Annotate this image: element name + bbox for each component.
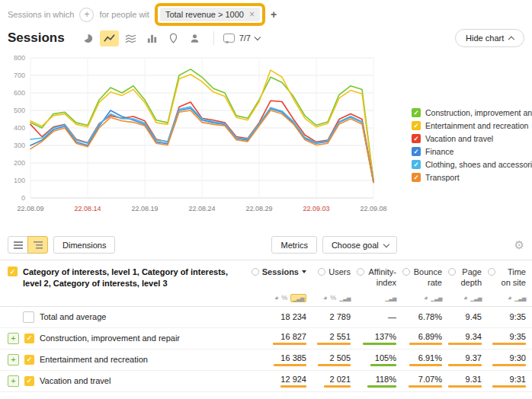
svg-text:22.08.19: 22.08.19 (131, 205, 158, 212)
metric-value: 9.34 (466, 332, 482, 341)
metric-cell: 9.45 (448, 307, 488, 327)
column-header-page-depth[interactable]: Page depth (448, 260, 488, 291)
bars-display-icon[interactable]: ▁▃▅ (385, 295, 396, 301)
value-bar (409, 364, 442, 366)
series-checkbox-icon[interactable] (412, 147, 421, 156)
metrics-button[interactable]: Metrics (271, 236, 316, 254)
metric-circle-icon (402, 268, 410, 276)
select-all-checkbox[interactable] (8, 267, 18, 276)
map-icon[interactable] (164, 30, 183, 46)
filter-tag[interactable]: Total revenue > 1000 × (160, 8, 260, 21)
column-label: Bounce rate (413, 267, 442, 289)
metric-value: 9:30 (510, 353, 526, 362)
expand-row-button[interactable]: + (8, 354, 19, 365)
expand-row-button[interactable]: + (8, 333, 19, 344)
table-row: +Construction, improvement and repair16 … (0, 328, 532, 350)
bars-display-icon[interactable]: ▁▃▅ (431, 295, 442, 301)
add-condition-button[interactable]: + (79, 8, 94, 22)
dimensions-button[interactable]: Dimensions (53, 236, 115, 254)
percent-display-icon[interactable]: % (330, 295, 336, 302)
column-header-sessions[interactable]: Sessions (250, 260, 312, 291)
metric-circle-icon (448, 268, 456, 276)
metric-cell: 9:31 (488, 371, 532, 391)
choose-goal-button[interactable]: Choose goal (322, 236, 398, 254)
column-label: Affinity-index (367, 267, 396, 289)
legend-item[interactable]: Construction, improvement and repair (412, 108, 532, 117)
bars-display-icon[interactable]: ▁▃▅ (470, 295, 482, 301)
column-header-bounce-rate[interactable]: Bounce rate (402, 260, 448, 291)
metric-cell: 7.07% (402, 371, 448, 391)
stacked-lines-icon[interactable] (121, 30, 140, 46)
legend-item[interactable]: Transport (412, 173, 532, 182)
legend-label: Finance (425, 147, 453, 156)
pie-display-icon[interactable]: ◕ (323, 295, 327, 302)
line-chart-icon[interactable] (100, 30, 119, 46)
legend-item[interactable]: Vacation and travel (412, 134, 532, 143)
metric-value: 9.31 (466, 375, 482, 384)
legend-item[interactable]: Entertainment and recreation (412, 121, 532, 130)
metric-cell: 2 505 (312, 350, 357, 370)
table-body: Total and average18 2342 789—6.78%9.459:… (0, 307, 532, 392)
pie-display-icon[interactable]: ◕ (508, 295, 511, 302)
display-icons-users: ◕%▁▃▅ (312, 291, 357, 306)
tree-view-button[interactable] (27, 236, 48, 254)
value-bar (370, 364, 396, 366)
legend-item[interactable]: Finance (412, 147, 532, 156)
row-checkbox[interactable] (24, 376, 34, 386)
metric-value: 18 234 (280, 312, 306, 321)
value-bar (409, 343, 442, 345)
audience-icon[interactable] (185, 30, 204, 46)
metric-cell: 137% (357, 328, 402, 349)
series-checkbox-icon[interactable] (412, 134, 421, 143)
add-filter-button[interactable]: + (271, 8, 277, 21)
column-header-users[interactable]: Users (312, 260, 357, 291)
pie-display-icon[interactable]: ◕ (274, 295, 278, 302)
value-bar (409, 385, 442, 388)
view-switcher (8, 236, 48, 254)
display-icons-affinity-index: ▁▃▅ (357, 291, 402, 306)
metric-circle-icon (252, 268, 259, 276)
row-label[interactable]: Vacation and travel (40, 376, 111, 385)
pie-chart-icon[interactable] (79, 30, 98, 46)
series-checkbox-icon[interactable] (412, 160, 421, 169)
column-header-affinity-index[interactable]: Affinity-index (357, 260, 402, 291)
comment-bubble-icon (223, 34, 235, 43)
chart-header: Sessions 7/7 Hide chart (0, 26, 532, 49)
pie-display-icon[interactable]: ◕ (463, 295, 467, 302)
row-checkbox[interactable] (24, 334, 34, 343)
bars-display-icon[interactable]: ▁▃▅ (293, 295, 304, 301)
annotations-dropdown[interactable]: 7/7 (223, 34, 260, 43)
value-bar (492, 343, 526, 345)
list-icon (14, 241, 23, 249)
metric-cell: 6.78% (402, 307, 448, 327)
row-label[interactable]: Construction, improvement and repair (40, 334, 180, 343)
row-label[interactable]: Total and average (40, 312, 106, 321)
value-bar (280, 385, 306, 388)
column-header-time-on-site[interactable]: Time on site (488, 260, 532, 291)
expand-row-button[interactable]: + (8, 375, 19, 387)
row-label[interactable]: Entertainment and recreation (40, 355, 148, 364)
legend-item[interactable]: Clothing, shoes and accessories (412, 160, 532, 169)
hide-chart-button[interactable]: Hide chart (455, 29, 524, 47)
bars-display-icon[interactable]: ▁▃▅ (514, 295, 526, 301)
column-chart-icon[interactable] (143, 30, 162, 46)
svg-text:500: 500 (14, 107, 25, 114)
pie-display-icon[interactable]: ◕ (424, 295, 428, 302)
row-checkbox[interactable] (24, 355, 34, 365)
series-checkbox-icon[interactable] (412, 108, 421, 117)
row-label-cell: +Construction, improvement and repair (0, 328, 250, 349)
legend-label: Vacation and travel (425, 134, 493, 143)
series-checkbox-icon[interactable] (412, 121, 421, 130)
list-view-button[interactable] (8, 236, 28, 254)
bars-display-icon[interactable]: ▁▃▅ (339, 295, 351, 301)
svg-text:100: 100 (14, 177, 25, 184)
settings-gear-icon[interactable]: ⚙ (514, 239, 524, 251)
remove-filter-icon[interactable]: × (249, 10, 255, 19)
svg-text:22.08.24: 22.08.24 (188, 205, 215, 212)
row-checkbox[interactable] (23, 311, 34, 323)
percent-display-icon[interactable]: % (281, 295, 287, 302)
series-checkbox-icon[interactable] (412, 173, 421, 182)
metric-value: 16 385 (280, 353, 306, 362)
svg-text:700: 700 (14, 72, 25, 79)
metric-value: 9:35 (510, 332, 526, 341)
